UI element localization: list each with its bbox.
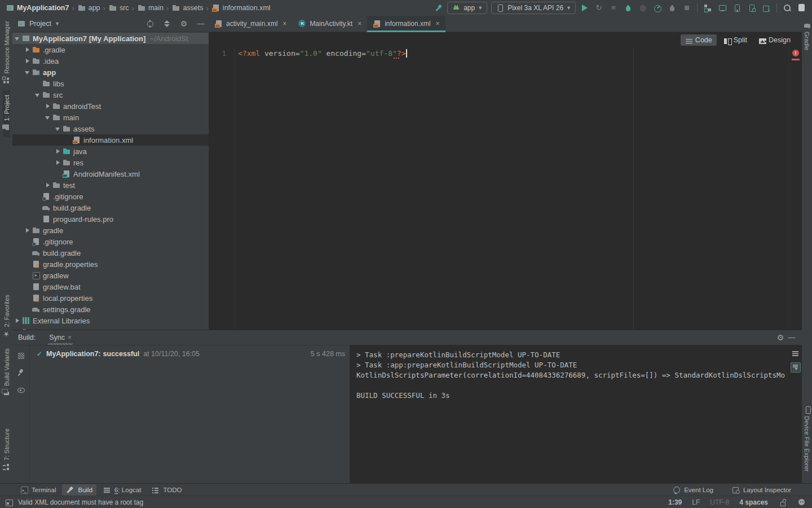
tool-window-toggle-icon[interactable] [5, 498, 14, 507]
mode-split-button[interactable]: Split [719, 34, 752, 46]
chevron-down-icon[interactable] [54, 124, 62, 133]
tool-window-button-layout-inspector[interactable]: Layout Inspector [727, 484, 795, 496]
run-configuration-select[interactable]: app ▼ [447, 2, 487, 14]
tool-button-device-file-explorer[interactable]: Device File Explorer [804, 400, 811, 476]
file-encoding-indicator[interactable]: UTF-8 [710, 498, 729, 506]
project-structure-icon[interactable] [703, 3, 712, 12]
tree-row[interactable]: build.gradle [12, 202, 209, 213]
tool-button-build-variants[interactable]: Build Variants [3, 343, 10, 402]
tree-row[interactable]: information.xml [12, 134, 209, 146]
editor-tab[interactable]: information.xml× [367, 16, 445, 32]
pin-icon[interactable] [16, 368, 25, 377]
tree-row[interactable]: main [12, 112, 209, 123]
stop-icon[interactable] [682, 3, 691, 12]
chevron-down-icon[interactable]: ▼ [55, 21, 60, 27]
sdk-manager-icon[interactable] [762, 3, 771, 12]
chevron-down-icon[interactable] [24, 68, 32, 77]
tree-row[interactable]: gradle.properties [12, 259, 209, 270]
tool-button-favorites[interactable]: ★ 2: Favorites [3, 290, 10, 343]
editor-tab[interactable]: activity_main.xml× [209, 16, 292, 32]
tool-window-button-terminal[interactable]: Terminal [16, 484, 60, 496]
tree-row[interactable]: src [12, 89, 209, 100]
tree-row[interactable]: gradlew.bat [12, 281, 209, 292]
tree-row[interactable]: assets [12, 123, 209, 134]
chevron-right-icon[interactable] [24, 45, 32, 54]
tool-button-project[interactable]: 1: Project [3, 90, 10, 137]
scroll-to-end-icon[interactable] [791, 362, 801, 373]
build-sync-tab[interactable]: Sync × [48, 330, 73, 345]
tool-window-button-build[interactable]: Build [62, 484, 96, 496]
error-indicator-icon[interactable]: ! [792, 50, 799, 56]
tree-row[interactable]: .gitignore [12, 236, 209, 247]
apply-changes-icon[interactable]: ↻ [594, 3, 603, 12]
make-project-hammer-icon[interactable] [434, 3, 443, 12]
device-manager-icon[interactable] [747, 3, 756, 12]
tree-row[interactable]: MyApplication7 [My Application]~/Android… [12, 33, 209, 44]
close-icon[interactable]: × [68, 334, 72, 341]
apply-code-changes-icon[interactable]: ≡ [609, 3, 618, 12]
light-square-icon[interactable] [797, 3, 806, 12]
editor-tab[interactable]: MainActivity.kt× [292, 16, 367, 32]
lock-icon[interactable] [778, 498, 787, 507]
mode-design-button[interactable]: Design [754, 34, 795, 46]
breadcrumb-item[interactable]: information.xml [211, 3, 271, 12]
gear-icon[interactable]: ⚙ [776, 333, 785, 342]
tree-row[interactable]: androidTest [12, 100, 209, 112]
tree-row[interactable]: External Libraries [12, 315, 209, 326]
attach-debugger-icon[interactable]: ◎ [638, 3, 647, 12]
locate-file-icon[interactable] [145, 19, 155, 28]
tree-row[interactable]: gradlew [12, 270, 209, 281]
chevron-right-icon[interactable] [54, 158, 62, 167]
chevron-right-icon[interactable] [44, 181, 52, 190]
tree-row[interactable]: app [12, 67, 209, 78]
hide-panel-icon[interactable]: — [196, 19, 205, 28]
tree-row[interactable]: .gradle [12, 44, 209, 55]
gradle-status-icon[interactable] [797, 498, 806, 507]
tool-button-structure[interactable]: 7: Structure [3, 423, 10, 476]
breadcrumb-item[interactable]: MyApplication7 [6, 3, 69, 12]
close-icon[interactable]: × [436, 20, 440, 28]
build-console[interactable]: > Task :prepareKotlinBuildScriptModel UP… [350, 345, 802, 484]
avd-manager-icon[interactable] [732, 3, 742, 12]
tree-row[interactable]: gradle [12, 225, 209, 236]
chevron-down-icon[interactable] [14, 34, 21, 43]
hide-panel-icon[interactable]: — [787, 333, 796, 342]
tool-window-button-6-logcat[interactable]: 6: Logcat [99, 484, 145, 496]
line-separator-indicator[interactable]: LF [692, 498, 700, 506]
breadcrumb-item[interactable]: app [77, 3, 100, 12]
indent-indicator[interactable]: 4 spaces [739, 498, 768, 506]
tool-button-resource-manager[interactable]: Resource Manager [3, 16, 10, 90]
build-status-row[interactable]: ✓ MyApplication7: successful at 10/11/20… [35, 349, 345, 358]
chevron-right-icon[interactable] [24, 226, 32, 235]
chevron-down-icon[interactable] [44, 113, 52, 122]
filter-icon[interactable] [16, 351, 25, 360]
chevron-right-icon[interactable] [24, 56, 32, 65]
mode-code-button[interactable]: Code [681, 34, 717, 46]
search-everywhere-icon[interactable] [783, 3, 792, 12]
close-icon[interactable]: × [358, 20, 361, 28]
project-view-selector[interactable]: Project [29, 20, 51, 28]
tool-window-button-todo[interactable]: TODO [147, 484, 186, 496]
breadcrumb-item[interactable]: assets [171, 3, 203, 12]
breadcrumb-item[interactable]: src [108, 3, 129, 12]
debug-icon[interactable] [624, 3, 633, 12]
gear-icon[interactable]: ⚙ [179, 19, 188, 28]
tree-row[interactable]: libs [12, 78, 209, 89]
profile-low-overhead-icon[interactable] [668, 3, 677, 12]
running-devices-icon[interactable] [718, 3, 727, 12]
code-editor[interactable]: 1 <?xml version="1.0" encoding="utf-8"?>… [209, 47, 802, 330]
run-icon[interactable] [580, 3, 589, 12]
breadcrumb-item[interactable]: main [137, 3, 164, 12]
device-select[interactable]: Pixel 3a XL API 26 ▼ [491, 2, 576, 14]
tool-button-gradle[interactable]: Gradle [804, 16, 811, 55]
tree-row[interactable]: build.gradle [12, 247, 209, 259]
tree-row[interactable]: res [12, 157, 209, 168]
profile-icon[interactable] [653, 3, 662, 12]
tree-row[interactable]: local.properties [12, 292, 209, 304]
tool-window-button-event-log[interactable]: Event Log [668, 484, 717, 496]
error-stripe-mark[interactable] [792, 59, 800, 60]
caret-position[interactable]: 1:39 [668, 498, 682, 506]
collapse-all-icon[interactable] [162, 19, 171, 28]
eye-icon[interactable] [16, 385, 25, 394]
tree-row[interactable]: .idea [12, 55, 209, 67]
